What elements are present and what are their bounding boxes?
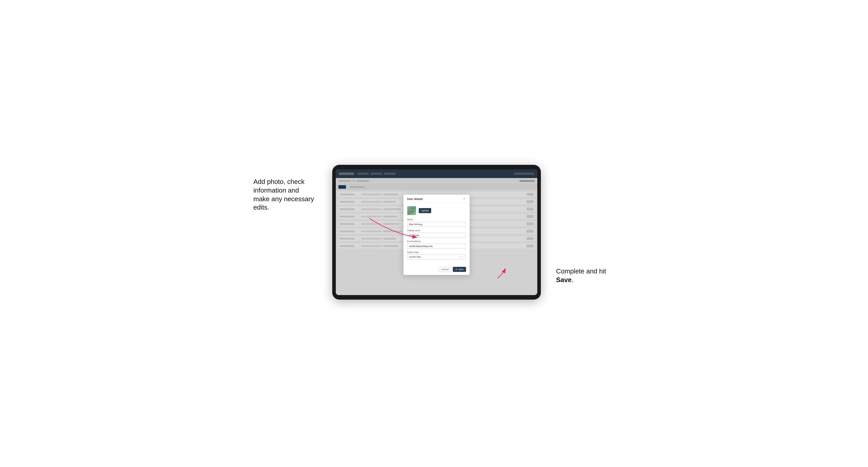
save-icon: ⬆ bbox=[455, 268, 457, 271]
save-button[interactable]: ⬆ Save bbox=[453, 267, 466, 272]
modal-footer: Cancel ⬆ Save bbox=[403, 265, 470, 275]
name-label: Name bbox=[407, 218, 466, 221]
name-field-group: Name bbox=[407, 218, 466, 227]
email-label: Email address bbox=[407, 240, 466, 243]
email-field-group: Email address bbox=[407, 240, 466, 249]
name-input[interactable] bbox=[407, 222, 466, 227]
school-year-field-group: School Year Fourth Year × ⌄ bbox=[407, 251, 466, 259]
upload-button[interactable]: Upload bbox=[419, 208, 431, 213]
modal-body: Upload Name Display name bbox=[403, 203, 470, 265]
school-year-value: Fourth Year bbox=[409, 256, 421, 258]
modal-header: User details × bbox=[403, 195, 470, 203]
display-name-field-group: Display name bbox=[407, 229, 466, 238]
user-details-modal: User details × Upload Name bbox=[403, 195, 470, 275]
school-year-select[interactable]: Fourth Year × ⌄ bbox=[407, 254, 466, 259]
annotation-right: Complete and hit Save. bbox=[556, 267, 622, 284]
cancel-button[interactable]: Cancel bbox=[439, 267, 451, 272]
scene: Add photo, check information and make an… bbox=[319, 162, 549, 305]
profile-photo bbox=[407, 206, 416, 215]
clear-icon[interactable]: × bbox=[460, 256, 461, 258]
select-controls: × ⌄ bbox=[460, 256, 464, 258]
email-input[interactable] bbox=[407, 244, 466, 249]
modal-overlay: User details × Upload Name bbox=[336, 169, 537, 295]
display-name-input[interactable] bbox=[407, 233, 466, 238]
tablet-device: User details × Upload Name bbox=[332, 165, 541, 300]
save-label: Save bbox=[458, 268, 464, 271]
tablet-screen: User details × Upload Name bbox=[336, 169, 537, 295]
close-button[interactable]: × bbox=[463, 197, 466, 201]
modal-title: User details bbox=[407, 197, 423, 200]
school-year-label: School Year bbox=[407, 251, 466, 254]
chevron-icon: ⌄ bbox=[462, 256, 464, 258]
annotation-left: Add photo, check information and make an… bbox=[253, 178, 314, 212]
photo-section: Upload bbox=[407, 206, 466, 215]
display-name-label: Display name bbox=[407, 229, 466, 232]
